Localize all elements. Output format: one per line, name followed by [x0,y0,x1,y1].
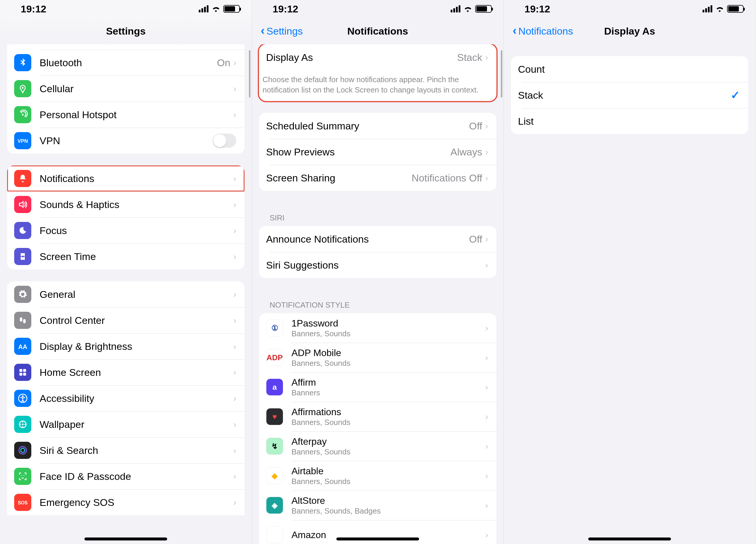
app-name: Afterpay [291,436,485,447]
row-value: On [217,57,230,69]
section-footer: Choose the default for how notifications… [259,70,496,101]
app-name: Airtable [291,465,485,477]
app-row-adp-mobile[interactable]: ADPADP MobileBanners, Sounds› [259,343,496,372]
app-row-altstore[interactable]: ◈AltStoreBanners, Sounds, Badges› [259,491,496,520]
home-indicator[interactable] [336,538,419,540]
row-label: Display As [266,52,457,63]
row-bluetooth[interactable]: BluetoothOn› [7,50,245,76]
back-label: Notifications [518,25,573,37]
app-sub: Banners [291,388,485,398]
app-row-affirmations[interactable]: ♥AffirmationsBanners, Sounds› [259,402,496,431]
app-row-airtable[interactable]: ◆AirtableBanners, Sounds› [259,461,496,491]
row-show-previews[interactable]: Show PreviewsAlways› [259,139,496,165]
row-display-as[interactable]: Display As Stack › [259,44,496,70]
section-header-style: NOTIFICATION STYLE [259,290,496,313]
app-row-affirm[interactable]: aAffirmBanners› [259,372,496,402]
screentime-icon [14,248,31,265]
app-sub: Banners, Sounds [291,418,485,427]
app-row-1password[interactable]: ①1PasswordBanners, Sounds› [259,313,496,343]
app-sub: Banners, Sounds [291,447,485,457]
chevron-right-icon: › [485,173,488,183]
scrollbar[interactable] [501,50,502,97]
svg-point-0 [22,87,24,89]
scrollbar[interactable] [249,50,250,97]
home-icon [14,364,31,381]
row-face-id-passcode[interactable]: Face ID & Passcode› [7,463,245,489]
status-bar: 19:12 [0,0,252,18]
row-siri-suggestions[interactable]: Siri Suggestions› [259,252,496,278]
row-value: Notifications Off [412,172,482,184]
row-home-screen[interactable]: Home Screen› [7,359,245,385]
chevron-right-icon: › [233,419,236,429]
row-focus[interactable]: Focus› [7,217,245,243]
option-count[interactable]: Count [511,56,748,82]
chevron-right-icon: › [233,173,236,183]
battery-icon [727,5,744,13]
row-accessibility[interactable]: Accessibility› [7,385,245,411]
row-announce-notifications[interactable]: Announce NotificationsOff› [259,226,496,252]
row-emergency-sos[interactable]: SOSEmergency SOS› [7,489,245,515]
svg-rect-3 [20,317,22,322]
row-scheduled-summary[interactable]: Scheduled SummaryOff› [259,113,496,139]
row-label: Siri & Search [40,445,233,456]
row-control-center[interactable]: Control Center› [7,307,245,333]
row-label: Personal Hotspot [40,109,233,120]
home-indicator[interactable] [588,538,671,540]
row-label: Show Previews [266,146,450,158]
row-display-brightness[interactable]: AADisplay & Brightness› [7,333,245,359]
row-label: Emergency SOS [40,497,233,508]
home-indicator[interactable] [84,538,167,540]
toggle[interactable] [213,133,236,148]
chevron-right-icon: › [233,393,236,403]
row-label: VPN [40,135,213,146]
siri-icon [14,442,31,459]
app-sub: Banners, Sounds [291,329,485,338]
row-personal-hotspot[interactable]: Personal Hotspot› [7,102,245,128]
row-cellular[interactable]: Cellular› [7,76,245,102]
wifi-icon [211,5,220,12]
back-button[interactable]: ‹ Settings [261,25,303,37]
status-bar: 19:12 [252,0,504,18]
checkmark-icon: ✓ [731,89,740,102]
row-sounds-haptics[interactable]: Sounds & Haptics› [7,191,245,217]
row-wallpaper[interactable]: Wallpaper› [7,411,245,437]
svg-point-14 [19,447,27,454]
app-name: Affirm [291,377,485,388]
app-icon: a [266,379,283,396]
app-icon: ◆ [266,467,283,484]
option-stack[interactable]: Stack✓ [511,82,748,108]
row-siri-search[interactable]: Siri & Search› [7,437,245,463]
chevron-right-icon: › [485,323,488,333]
row-label: Face ID & Passcode [40,471,233,482]
row-label: Notifications [40,173,233,184]
row-vpn[interactable]: VPNVPN [7,128,245,154]
app-name: ADP Mobile [291,347,485,359]
svg-point-1 [22,114,24,115]
chevron-left-icon: ‹ [261,25,265,36]
sounds-icon [14,196,31,213]
option-list[interactable]: List [511,108,748,134]
row-label: Screen Sharing [266,172,412,184]
svg-point-15 [21,448,25,452]
nav-bar: ‹ Settings Notifications [252,18,504,44]
row-label: Focus [40,225,233,236]
status-time: 19:12 [273,3,298,15]
nav-bar: Settings [0,18,252,44]
wifi-icon [715,5,724,12]
app-sub: Banners, Sounds, Badges [291,506,485,516]
row-label: Cellular [40,83,233,94]
chevron-right-icon: › [485,234,488,244]
chevron-right-icon: › [233,58,236,68]
back-button[interactable]: ‹ Notifications [513,25,573,37]
app-name: Affirmations [291,406,485,418]
row-notifications[interactable]: Notifications› [7,165,245,191]
display-as-highlight: Display As Stack › Choose the default fo… [259,44,496,101]
chevron-right-icon: › [485,471,488,481]
row-screen-time[interactable]: Screen Time› [7,243,245,269]
accessibility-icon [14,390,31,407]
app-row-afterpay[interactable]: ↯AfterpayBanners, Sounds› [259,431,496,461]
row-screen-sharing[interactable]: Screen SharingNotifications Off› [259,165,496,191]
page-title: Settings [0,25,252,37]
row-general[interactable]: General› [7,281,245,307]
svg-text:VPN: VPN [18,138,28,144]
